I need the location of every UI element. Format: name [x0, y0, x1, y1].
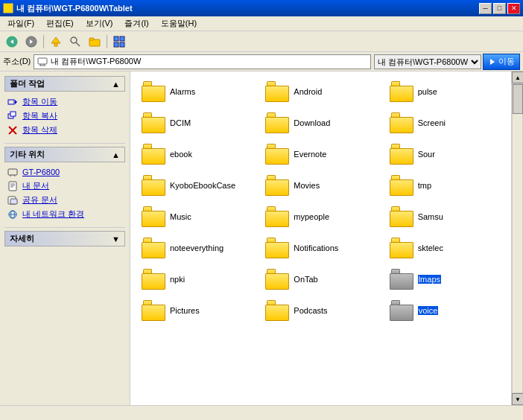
- folder-name: Evernote: [294, 150, 326, 159]
- sidebar-shareddocs-label: 공유 문서: [22, 194, 57, 206]
- sidebar-item-shareddocs[interactable]: 공유 문서: [4, 193, 125, 207]
- folder-name: npki: [170, 275, 185, 284]
- sidebar-item-network[interactable]: 내 네트워크 환경: [4, 207, 125, 221]
- title-bar: 내 컴퓨터\WGT-P6800W\Tablet ─ □ ✕: [0, 0, 523, 16]
- folder-body: [142, 148, 165, 165]
- up-button[interactable]: [47, 34, 65, 50]
- file-item-download[interactable]: Download: [260, 109, 381, 137]
- sidebar-item-gt[interactable]: GT-P6800: [4, 165, 125, 179]
- svg-rect-14: [38, 58, 47, 64]
- sidebar-mydocs-label: 내 문서: [22, 180, 49, 191]
- file-item-tmp[interactable]: tmp: [384, 171, 505, 200]
- folder-name: ebook: [170, 150, 192, 159]
- scroll-down-button[interactable]: ▼: [512, 393, 523, 405]
- file-item-mypeople[interactable]: mypeople: [260, 203, 381, 231]
- window-title: 내 컴퓨터\WGT-P6800W\Tablet: [16, 3, 133, 14]
- menu-favorites[interactable]: 즐겨(I): [120, 16, 153, 31]
- file-item-ontab[interactable]: OnTab: [260, 265, 381, 293]
- folder-body: [142, 273, 165, 290]
- folders-button[interactable]: [86, 34, 104, 50]
- folder-name: Movies: [294, 181, 320, 190]
- folder-name: Pictures: [170, 306, 200, 315]
- folder-icon: [142, 144, 165, 165]
- file-item-kyoboebookcase[interactable]: KyoboEbookCase: [136, 171, 257, 200]
- file-item-pictures[interactable]: Pictures: [136, 296, 257, 325]
- svg-marker-4: [51, 37, 60, 43]
- back-button[interactable]: [3, 34, 21, 50]
- address-dropdown[interactable]: 내 컴퓨터\WGT-P6800W: [374, 54, 481, 69]
- sidebar-delete-label: 항목 삭제: [22, 124, 57, 136]
- file-item-screeni[interactable]: Screeni: [384, 109, 505, 137]
- sidebar-item-delete[interactable]: 항목 삭제: [4, 123, 125, 137]
- file-item-pulse[interactable]: pulse: [384, 77, 505, 106]
- sidebar-header-folder-tasks[interactable]: 폴더 작업 ▲: [4, 76, 125, 92]
- file-item-samsu[interactable]: Samsu: [384, 203, 505, 231]
- folder-icon: [265, 81, 289, 102]
- folder-name: Alarms: [170, 87, 195, 96]
- file-item-sktelec[interactable]: sktelec: [384, 234, 505, 262]
- go-button[interactable]: 이동: [483, 54, 520, 70]
- folder-body: [390, 86, 413, 102]
- maximize-button[interactable]: □: [493, 3, 506, 14]
- folder-body: [265, 305, 289, 321]
- file-item-noteeverything[interactable]: noteeverything: [136, 234, 257, 262]
- file-item-podcasts[interactable]: Podcasts: [260, 296, 381, 325]
- sidebar: 폴더 작업 ▲ 항목 이동 항목 복사 항목 삭제 기타 위치 ▲: [0, 71, 130, 405]
- folder-name: KyoboEbookCase: [170, 181, 235, 190]
- sidebar-item-move[interactable]: 항목 이동: [4, 95, 125, 109]
- svg-rect-11: [120, 36, 124, 41]
- sidebar-item-mydocs[interactable]: 내 문서: [4, 179, 125, 193]
- forward-button[interactable]: [22, 34, 40, 50]
- folder-body: [390, 117, 413, 133]
- file-item-alarms[interactable]: Alarms: [136, 77, 257, 106]
- main-layout: 폴더 작업 ▲ 항목 이동 항목 복사 항목 삭제 기타 위치 ▲: [0, 71, 523, 405]
- vertical-scrollbar[interactable]: ▲ ▼: [511, 71, 523, 405]
- folder-name: Music: [170, 212, 191, 221]
- file-item-ebook[interactable]: ebook: [136, 140, 257, 168]
- folder-body: [142, 117, 165, 133]
- sidebar-collapse-icon-2: ▲: [112, 150, 120, 159]
- svg-rect-33: [10, 199, 17, 204]
- file-item-voice[interactable]: voice: [384, 296, 505, 325]
- folder-icon: [142, 81, 165, 102]
- title-bar-left: 내 컴퓨터\WGT-P6800W\Tablet: [3, 3, 133, 14]
- minimize-button[interactable]: ─: [479, 3, 492, 14]
- folder-icon: [142, 300, 165, 321]
- scroll-up-button[interactable]: ▲: [512, 71, 523, 83]
- file-item-evernote[interactable]: Evernote: [260, 140, 381, 168]
- file-area-container: Alarms Android pulse DCIM Do: [130, 71, 523, 405]
- menu-edit[interactable]: 편집(E): [42, 16, 78, 31]
- sidebar-collapse-icon-1: ▲: [112, 80, 120, 89]
- svg-rect-13: [120, 42, 124, 47]
- file-item-dcim[interactable]: DCIM: [136, 109, 257, 137]
- scroll-thumb[interactable]: [513, 84, 523, 114]
- sidebar-section-title-2: 기타 위치: [10, 149, 45, 160]
- views-button[interactable]: [110, 34, 128, 50]
- svg-rect-19: [8, 100, 14, 104]
- file-item-lmaps[interactable]: lmaps: [384, 265, 505, 293]
- sidebar-header-details[interactable]: 자세히 ▼: [4, 231, 125, 246]
- folder-icon: [265, 144, 289, 165]
- go-area: 내 컴퓨터\WGT-P6800W 이동: [374, 54, 520, 70]
- file-item-music[interactable]: Music: [136, 203, 257, 231]
- folder-body: [265, 117, 289, 133]
- file-item-android[interactable]: Android: [260, 77, 381, 106]
- file-item-movies[interactable]: Movies: [260, 171, 381, 200]
- sidebar-item-copy[interactable]: 항목 복사: [4, 109, 125, 123]
- menu-file[interactable]: 파일(F): [3, 16, 39, 31]
- search-button[interactable]: [66, 34, 84, 50]
- close-button[interactable]: ✕: [507, 3, 520, 14]
- scroll-track[interactable]: [512, 83, 523, 393]
- address-input[interactable]: 내 컴퓨터\WGT-P6800W: [34, 54, 371, 69]
- menu-help[interactable]: 도움말(H): [156, 16, 201, 31]
- file-item-sour[interactable]: Sour: [384, 140, 505, 168]
- sidebar-header-other-locations[interactable]: 기타 위치 ▲: [4, 147, 125, 162]
- folder-body: [390, 148, 413, 165]
- file-item-notifications[interactable]: Notifications: [260, 234, 381, 262]
- folder-icon: [265, 300, 289, 321]
- file-item-npki[interactable]: npki: [136, 265, 257, 293]
- folder-icon: [265, 175, 289, 196]
- menu-view[interactable]: 보기(V): [81, 16, 118, 31]
- folder-name: Screeni: [418, 118, 446, 127]
- svg-rect-10: [114, 36, 118, 41]
